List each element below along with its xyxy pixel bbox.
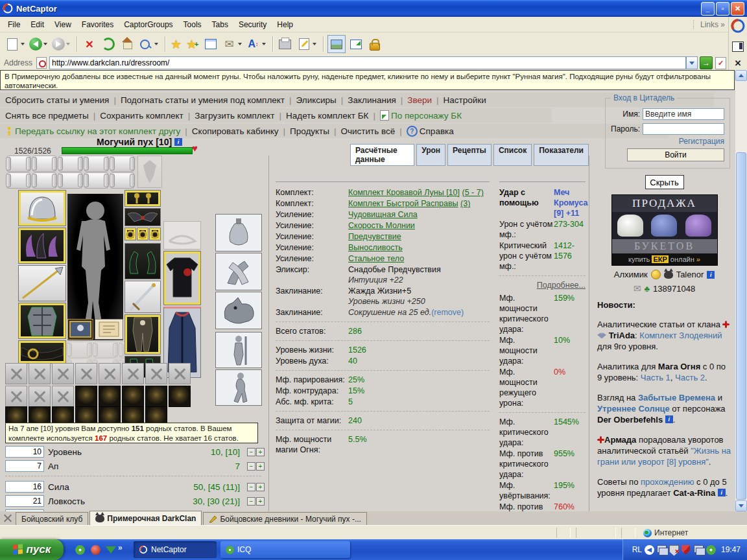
stat-plus-button[interactable]: + <box>256 483 265 491</box>
captorgroups-list-button[interactable] <box>202 36 219 52</box>
stat-plus-button[interactable]: + <box>256 462 265 471</box>
news-link[interactable]: Утреннее Солнце <box>597 404 670 414</box>
rune-slots-row-1[interactable] <box>6 156 134 172</box>
mail-dropdown[interactable] <box>238 43 242 45</box>
character-info-badge[interactable]: i <box>174 138 182 146</box>
home-button[interactable] <box>119 36 136 52</box>
weapon1-link[interactable]: Меч Кромуса [9] +11 <box>554 187 588 218</box>
elixir-item[interactable] <box>215 214 262 251</box>
validate-button[interactable]: ✓ <box>715 57 726 69</box>
tab-indicators[interactable]: Показатели <box>534 144 589 166</box>
ap-input[interactable] <box>5 460 44 472</box>
scroll-down-button[interactable] <box>735 500 747 511</box>
mail-button[interactable]: ✉ <box>221 36 243 52</box>
stat-minus-button[interactable]: − <box>247 497 255 506</box>
spell-hands-item[interactable] <box>215 253 262 290</box>
earrings-slot[interactable] <box>124 190 161 207</box>
menu-edit[interactable]: Edit <box>30 20 44 29</box>
character-info-badge[interactable]: i <box>707 271 715 279</box>
strength-input[interactable] <box>5 481 44 493</box>
back-button[interactable] <box>28 36 49 52</box>
news-link[interactable]: Комплект Злодеяний <box>639 331 722 340</box>
remove-link[interactable]: (remove) <box>431 308 464 317</box>
search-dropdown[interactable] <box>154 43 158 45</box>
stat-minus-button[interactable]: − <box>247 462 255 471</box>
news-link[interactable]: Забытые Времена <box>638 393 715 402</box>
menu-tools[interactable]: Tools <box>184 20 202 29</box>
action-share-link[interactable]: Передать ссылку на этот комплект другу <box>15 126 180 136</box>
quicklaunch-more-chevron[interactable]: » <box>118 543 123 552</box>
font-dropdown[interactable] <box>262 43 266 45</box>
pants-slot[interactable] <box>124 314 161 355</box>
tray-icq-flower-icon[interactable] <box>706 545 716 555</box>
action-copy-cabin[interactable]: Скопировать кабинку <box>192 126 279 136</box>
armor-slot[interactable] <box>18 303 66 339</box>
action-beasts[interactable]: Звери <box>407 95 432 105</box>
menu-view[interactable]: View <box>54 20 71 29</box>
menu-help[interactable]: Help <box>277 20 293 29</box>
more-link[interactable]: Подробнее... <box>537 281 586 290</box>
tray-collapse-icon[interactable]: ◀ <box>645 545 654 555</box>
spell-beast-item[interactable] <box>215 292 262 329</box>
login-password-input[interactable] <box>643 123 724 135</box>
amulet-slot[interactable] <box>124 208 161 226</box>
menu-captorgroups[interactable]: CaptorGroups <box>124 20 172 29</box>
boost-link[interactable]: Выносливость <box>348 242 490 253</box>
agility-input[interactable] <box>5 495 44 507</box>
sidebar-panel-icon[interactable] <box>732 41 744 52</box>
language-indicator[interactable]: RL <box>632 545 642 554</box>
level-input[interactable] <box>5 446 44 458</box>
start-button[interactable]: пуск <box>0 539 64 560</box>
security-lock-button[interactable] <box>366 36 383 52</box>
forward-dropdown[interactable] <box>66 43 70 45</box>
ring-slot-2[interactable] <box>137 228 148 240</box>
menu-favorites[interactable]: Favorites <box>82 20 113 29</box>
news-link[interactable]: Часть 2 <box>675 373 705 382</box>
news-link[interactable]: Часть 1 <box>641 373 670 382</box>
menu-tabs[interactable]: Tabs <box>212 20 228 29</box>
close-sidebar-icon[interactable]: ✕ <box>735 58 742 68</box>
favorites-button[interactable]: ★ <box>169 36 183 52</box>
add-favorite-button[interactable]: ★+ <box>185 36 200 52</box>
action-reset-stats[interactable]: Сбросить статы и умения <box>5 95 109 105</box>
tab-recipes[interactable]: Рецепты <box>447 144 492 166</box>
browser-tab-dressroom[interactable]: Примерочная DarkClan <box>89 511 202 525</box>
action-spells[interactable]: Заклинания <box>348 95 396 105</box>
go-button[interactable]: → <box>700 56 713 69</box>
login-name-input[interactable] <box>643 108 724 120</box>
banner-cta[interactable]: купить ЕКР онлайн » <box>612 253 717 265</box>
action-save-set[interactable]: Сохранить комплект <box>100 111 184 121</box>
refresh-button[interactable] <box>100 36 117 52</box>
menu-file[interactable]: File <box>8 20 20 29</box>
new-page-button[interactable] <box>4 36 26 52</box>
action-products[interactable]: Продукты <box>290 126 329 136</box>
rune-slots-row-2[interactable] <box>6 172 134 189</box>
register-link[interactable]: Регистрация <box>611 137 724 146</box>
boost-link[interactable]: Предчувствие <box>348 231 490 242</box>
links-toolbar[interactable]: Links » <box>693 20 725 29</box>
action-by-bk-character[interactable]: По персонажу БК <box>391 111 462 121</box>
helmet-slot[interactable] <box>18 190 66 226</box>
info-badge[interactable]: i <box>718 489 726 496</box>
back-dropdown[interactable] <box>43 43 47 45</box>
edit-dropdown[interactable] <box>313 43 316 45</box>
mail-icon[interactable]: ✉ <box>634 283 641 294</box>
scroll-thumb[interactable] <box>736 152 746 500</box>
belt-slot[interactable] <box>18 340 66 364</box>
print-button[interactable] <box>277 36 294 52</box>
inventory-row-2[interactable] <box>5 386 191 407</box>
stop-button[interactable]: ✕ <box>81 36 98 52</box>
tray-alert-shield-icon[interactable]: ✕ <box>669 545 679 555</box>
edit-button[interactable] <box>296 36 318 52</box>
menu-security[interactable]: Security <box>239 20 267 29</box>
ring-slot-1[interactable] <box>124 228 136 240</box>
minimize-button[interactable]: _ <box>701 2 715 16</box>
browser-tab-diaries[interactable]: Бойцовские дневники - Могучий пух -... <box>203 512 367 525</box>
character-nick[interactable]: Talenor <box>676 270 704 279</box>
quicklaunch-opera-icon[interactable] <box>89 544 101 555</box>
action-clear-all[interactable]: Очистить всё <box>341 126 396 136</box>
font-size-button[interactable]: A↕ <box>245 36 267 52</box>
scroll-up-button[interactable] <box>735 70 747 81</box>
hide-button[interactable]: Скрыть <box>645 175 684 189</box>
search-button[interactable] <box>137 36 160 52</box>
